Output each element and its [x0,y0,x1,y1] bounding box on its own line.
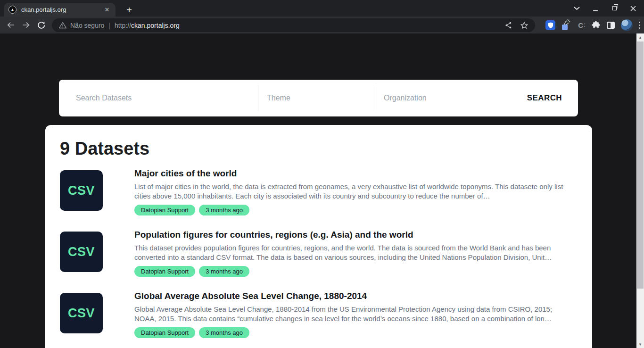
format-label: CSV [68,183,95,198]
organization-badge[interactable]: Datopian Support [134,266,195,277]
dataset-title-link[interactable]: Major cities of the world [134,168,578,179]
extensions-area: C⁚ [545,17,640,33]
results-card: 9 Datasets CSV Major cities of the world… [45,125,592,348]
dataset-row: CSV Major cities of the world List of ma… [60,170,592,215]
dataset-title-link[interactable]: Global Average Absolute Sea Level Change… [134,290,578,302]
browser-toolbar: Não seguro | http://ckan.portaljs.org C⁚ [0,17,644,33]
eyedropper-extension-icon[interactable] [561,20,572,30]
results-heading: 9 Datasets [60,138,592,159]
close-window-button[interactable] [627,2,639,15]
browser-tab[interactable]: ▲ ckan.portaljs.org ✕ [4,3,116,17]
dataset-search-bar: SEARCH [59,80,578,116]
dataset-format-thumbnail[interactable]: CSV [60,170,103,211]
tab-strip: ▲ ckan.portaljs.org ✕ + [0,0,644,17]
updated-badge: 3 months ago [199,205,249,215]
url-scheme: http:// [115,22,131,29]
c-extension-icon[interactable]: C⁚ [578,21,585,29]
organization-badge[interactable]: Datopian Support [134,205,195,215]
dataset-row: CSV Global Average Absolute Sea Level Ch… [60,293,592,338]
search-button[interactable]: SEARCH [527,93,562,103]
tab-close-icon[interactable]: ✕ [103,6,111,14]
dataset-description: This dataset provides population figures… [134,243,576,262]
not-secure-warning-icon [59,22,66,29]
scrollbar-thumb[interactable] [637,41,644,289]
security-label[interactable]: Não seguro [70,22,104,29]
page-viewport: SEARCH 9 Datasets CSV Major cities of th… [0,33,644,348]
dataset-description: List of major cities in the world, the d… [134,182,576,201]
theme-field[interactable] [258,85,376,111]
page-scrollbar[interactable]: ▲ ▼ [636,33,644,348]
search-input[interactable] [76,94,258,102]
window-controls [570,0,644,17]
browser-menu-icon[interactable] [639,22,640,29]
new-tab-button[interactable]: + [124,4,135,16]
dataset-format-thumbnail[interactable]: CSV [60,232,103,272]
minimize-button[interactable] [589,2,602,15]
scroll-down-icon[interactable]: ▼ [636,340,644,348]
dataset-row: CSV Population figures for countries, re… [60,232,592,277]
site-favicon-icon: ▲ [8,6,17,14]
organization-badge[interactable]: Datopian Support [134,327,195,338]
profile-avatar[interactable] [621,19,633,31]
side-panel-icon[interactable] [607,22,615,29]
scroll-up-icon[interactable]: ▲ [636,33,644,41]
url-host: ckan.portaljs.org [131,22,180,29]
dataset-description: Global Average Absolute Sea Level Change… [134,305,576,323]
reload-button[interactable] [34,18,48,32]
restore-button[interactable] [608,2,620,15]
address-bar[interactable]: Não seguro | http://ckan.portaljs.org [52,18,535,32]
organization-input[interactable] [384,94,494,102]
format-label: CSV [68,245,95,259]
format-label: CSV [68,306,95,321]
updated-badge: 3 months ago [199,327,249,338]
share-icon[interactable] [504,21,512,29]
theme-input[interactable] [267,94,376,102]
tab-search-chevron-icon[interactable] [570,2,583,15]
forward-button[interactable] [19,18,33,32]
dataset-title-link[interactable]: Population figures for countries, region… [134,229,578,240]
bitwarden-extension-icon[interactable] [545,20,555,30]
extensions-puzzle-icon[interactable] [591,20,601,30]
updated-badge: 3 months ago [199,266,249,277]
back-button[interactable] [4,18,17,32]
organization-field[interactable] [376,85,494,111]
omnibox-separator: | [108,22,110,29]
bookmark-star-icon[interactable] [520,21,528,30]
dataset-format-thumbnail[interactable]: CSV [60,293,103,333]
tab-title: ckan.portaljs.org [21,6,103,13]
search-field[interactable] [59,80,258,116]
